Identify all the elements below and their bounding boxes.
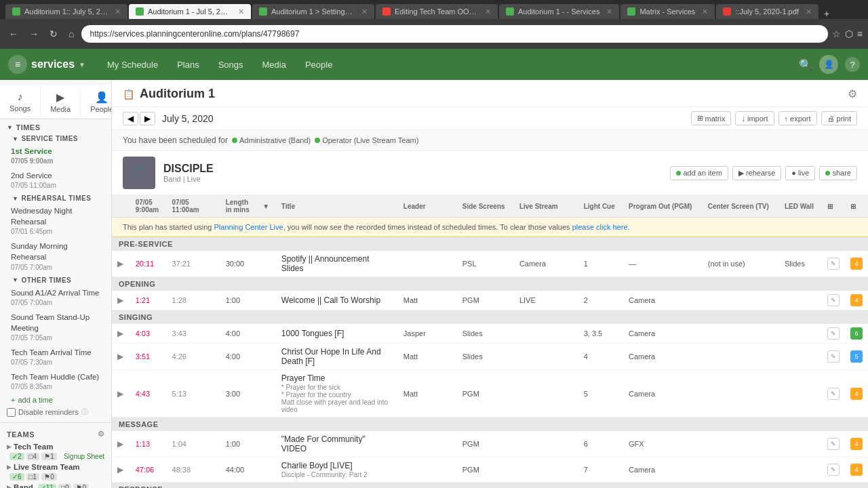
back-button[interactable]: ← <box>5 27 22 41</box>
action-edit-6[interactable]: ✎ <box>827 438 840 450</box>
share-button[interactable]: share <box>819 166 857 180</box>
play-3[interactable]: ▶ <box>117 329 123 338</box>
export-button[interactable]: ↑ export <box>778 111 817 125</box>
menu-icon[interactable]: ≡ <box>857 28 863 39</box>
address-bar[interactable] <box>81 25 827 43</box>
tab-close-4[interactable]: ✕ <box>485 7 491 16</box>
help-icon[interactable]: ? <box>845 57 860 72</box>
browser-tab-1[interactable]: Auditorium 1:: July 5, 2020 - July ... ✕ <box>5 4 127 19</box>
click-here-link[interactable]: please click here. <box>572 223 630 231</box>
add-time-button[interactable]: + add a time <box>0 394 111 406</box>
disable-reminders-checkbox[interactable] <box>7 408 16 417</box>
tab-close-5[interactable]: ✕ <box>606 7 612 16</box>
action-color-2[interactable]: 4 <box>850 294 863 306</box>
teams-header[interactable]: Teams ⚙ <box>7 430 104 439</box>
action-edit-4[interactable]: ✎ <box>827 350 840 363</box>
browser-tab-7[interactable]: ::July 5, 2020-1.pdf ✕ <box>716 4 818 19</box>
action-color-7[interactable]: 4 <box>850 464 863 476</box>
play-4[interactable]: ▶ <box>117 352 123 361</box>
service-times-title[interactable]: ▼ Service Times <box>0 133 111 144</box>
nav-link-media[interactable]: Media <box>254 56 294 74</box>
add-item-button[interactable]: add an item <box>670 166 728 180</box>
action-edit-1[interactable]: ✎ <box>827 258 840 270</box>
tab-close-3[interactable]: ✕ <box>361 7 368 16</box>
tab-close-6[interactable]: ✕ <box>702 7 708 16</box>
play-1[interactable]: ▶ <box>117 259 123 268</box>
nav-link-plans[interactable]: Plans <box>169 56 208 74</box>
plan-next-button[interactable]: ▶ <box>140 112 155 125</box>
action-edit-2[interactable]: ✎ <box>827 294 840 306</box>
tab-close-2[interactable]: ✕ <box>238 7 244 16</box>
title-3[interactable]: 1000 Tongues [F] <box>281 329 344 338</box>
nav-link-people[interactable]: People <box>297 56 340 74</box>
home-button[interactable]: ⌂ <box>65 27 77 41</box>
action-color-5[interactable]: 4 <box>850 388 863 400</box>
matrix-button[interactable]: ⊞ matrix <box>691 111 732 125</box>
nav-link-songs[interactable]: Songs <box>210 56 252 74</box>
title-6[interactable]: "Made For Community" VIDEO <box>281 434 366 453</box>
browser-tab-6[interactable]: Matrix - Services ✕ <box>620 4 715 19</box>
reload-button[interactable]: ↻ <box>46 27 61 41</box>
service1-item[interactable]: 1st Service 07/05 9:00am <box>0 144 111 168</box>
title-1[interactable]: Spotify || Announcement Slides <box>281 254 370 273</box>
title-4[interactable]: Christ Our Hope In Life And Death [F] <box>281 347 381 366</box>
action-color-4[interactable]: 5 <box>850 350 863 363</box>
tab-close-7[interactable]: ✕ <box>806 7 812 16</box>
disable-reminders-check[interactable]: Disable reminders ⓘ <box>0 406 111 418</box>
play-7[interactable]: ▶ <box>117 465 123 474</box>
play-6[interactable]: ▶ <box>117 439 123 449</box>
other1-item[interactable]: Sound A1/A2 Arrival Time 07/05 7:00am <box>0 285 111 310</box>
rehearsal1-item[interactable]: Wednesday Night Rehearsal 07/01 6:45pm <box>0 203 111 239</box>
print-button[interactable]: 🖨 print <box>821 111 857 125</box>
tech-team-signup[interactable]: Signup Sheet <box>64 453 104 460</box>
other2-item[interactable]: Sound Team Stand-Up Meeting 07/05 7:05am <box>0 310 111 345</box>
sidebar-people-item[interactable]: 👤 People <box>81 88 112 116</box>
other4-item[interactable]: Tech Team Huddle (Cafe) 07/05 8:35am <box>0 369 111 394</box>
other3-item[interactable]: Tech Team Arrival Time 07/05 7:30am <box>0 345 111 369</box>
search-icon[interactable]: 🔍 <box>799 58 812 71</box>
program-out-4: Camera <box>629 352 655 361</box>
sidebar-songs-item[interactable]: ♪ Songs <box>0 88 41 116</box>
settings-gear-icon[interactable]: ⚙ <box>848 87 857 100</box>
browser-tab-3[interactable]: Auditorium 1 > Settings - Serv... ✕ <box>252 4 374 19</box>
rehearsal2-item[interactable]: Sunday Morning Rehearsal 07/05 7:00am <box>0 239 111 274</box>
action-color-6[interactable]: 4 <box>850 438 863 450</box>
user-avatar[interactable]: 👤 <box>819 55 838 74</box>
browser-tab-5[interactable]: Auditorium 1 - - Services ✕ <box>499 4 619 19</box>
browser-toolbar: ← → ↻ ⌂ ☆ ⬡ ≡ <box>0 19 868 49</box>
action-color-3[interactable]: 6 <box>850 327 863 340</box>
tab-close-1[interactable]: ✕ <box>115 7 121 16</box>
action-edit-5[interactable]: ✎ <box>827 388 840 400</box>
play-2[interactable]: ▶ <box>117 296 123 305</box>
play-5[interactable]: ▶ <box>117 389 123 399</box>
title-7[interactable]: Charlie Boyd [LIVE] <box>281 461 353 470</box>
bookmark-icon[interactable]: ☆ <box>832 28 841 39</box>
other-times-title[interactable]: ▼ Other Times <box>0 274 111 285</box>
rehearsal-times-title[interactable]: ▼ Rehearsal Times <box>0 192 111 203</box>
rehearse-button[interactable]: ▶ rehearse <box>732 166 781 180</box>
extensions-icon[interactable]: ⬡ <box>845 28 853 39</box>
planning-center-live-link[interactable]: Planning Center Live <box>214 223 283 231</box>
live-stream-name[interactable]: Live Stream Team <box>14 463 80 471</box>
action-edit-3[interactable]: ✎ <box>827 327 840 340</box>
light-cue-2: 2 <box>584 296 588 304</box>
nav-link-my-schedule[interactable]: My Schedule <box>99 56 166 74</box>
new-tab-button[interactable]: + <box>820 8 833 19</box>
import-button[interactable]: ↓ import <box>735 111 774 125</box>
teams-settings-icon[interactable]: ⚙ <box>98 430 104 439</box>
forward-button[interactable]: → <box>26 27 42 41</box>
plan-prev-button[interactable]: ◀ <box>123 112 138 125</box>
action-color-1[interactable]: 4 <box>850 258 863 270</box>
times-section-title[interactable]: ▼ Times <box>0 119 111 133</box>
sidebar-media-item[interactable]: ▶ Media <box>41 88 81 116</box>
service2-item[interactable]: 2nd Service 07/05 11:00am <box>0 168 111 192</box>
title-5[interactable]: Prayer Time <box>281 373 326 383</box>
action-edit-7[interactable]: ✎ <box>827 464 840 476</box>
browser-tab-4[interactable]: Editing Tech Team OOS (Cond... ✕ <box>376 4 498 19</box>
tech-team-name[interactable]: Tech Team <box>14 443 53 451</box>
browser-tab-2[interactable]: Auditorium 1 - Jul 5, 2020 - Ser... ✕ <box>129 4 251 19</box>
browser-tabs: Auditorium 1:: July 5, 2020 - July ... ✕… <box>0 0 868 19</box>
band-name[interactable]: Band <box>14 483 33 488</box>
title-2[interactable]: Welcome || Call To Worship <box>281 296 380 305</box>
live-button[interactable]: ● live <box>785 166 815 180</box>
